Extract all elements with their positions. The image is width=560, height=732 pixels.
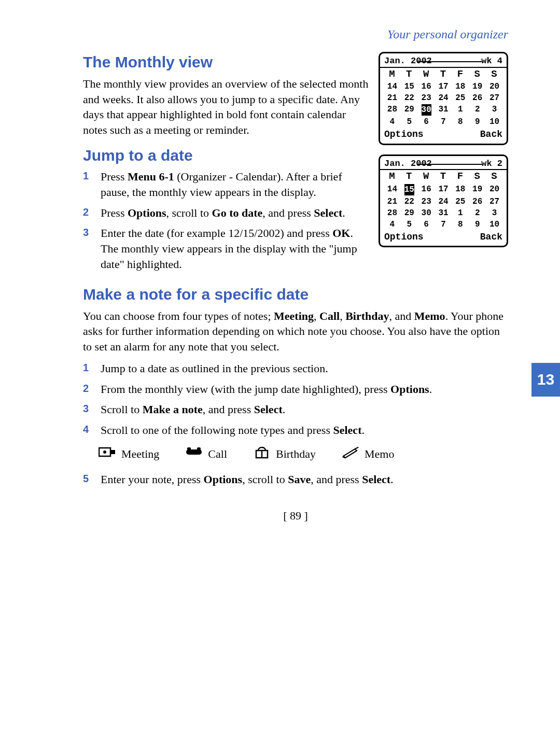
step-number: 5 (83, 472, 101, 487)
call-icon (185, 445, 203, 463)
list-item: 3 Enter the date (for example 12/15/2002… (83, 226, 371, 272)
step-number: 3 (83, 226, 101, 272)
list-item: 1 Press Menu 6-1 (Organizer - Calendar).… (83, 169, 371, 200)
note-type-label: Meeting (121, 446, 159, 462)
memo-icon (342, 445, 359, 463)
phone1-month: Jan. 2002 (384, 55, 432, 66)
step-text: Scroll to Make a note, and press Select. (101, 402, 508, 417)
step-number: 1 (83, 169, 101, 200)
step-text: Press Menu 6-1 (Organizer - Calendar). A… (101, 169, 371, 200)
phone1-week: wk 4 (481, 55, 502, 66)
note-type-label: Call (208, 446, 227, 462)
step-text: Scroll to one of the following note type… (101, 423, 508, 438)
note-type-memo: Memo (342, 445, 394, 463)
list-item: 2 From the monthly view (with the jump d… (83, 382, 508, 397)
phone-screenshot-monthly-wk2: Jan. 2002 wk 2 MTWTFSS 14151617181920212… (379, 154, 508, 248)
step-number: 3 (83, 402, 101, 417)
note-type-birthday: Birthday (253, 445, 316, 463)
section-header: Your personal organizer (83, 26, 508, 43)
list-item: 2 Press Options, scroll to Go to date, a… (83, 205, 371, 221)
heading-make-note: Make a note for a specific date (83, 284, 508, 305)
chapter-tab: 13 (531, 363, 560, 397)
phone2-month: Jan. 2002 (384, 158, 432, 169)
meeting-icon (99, 445, 116, 463)
phone1-grid: 1415161718192021222324252627282930311234… (384, 81, 502, 128)
list-item: 3 Scroll to Make a note, and press Selec… (83, 402, 508, 417)
make-note-steps-cont: 5 Enter your note, press Options, scroll… (83, 472, 508, 487)
svg-marker-8 (343, 449, 357, 458)
note-type-row: Meeting Call Birthday Memo (99, 445, 508, 463)
step-text: Enter the date (for example 12/15/2002) … (101, 226, 371, 272)
birthday-icon (253, 445, 271, 463)
phone2-day-headers: MTWTFSS (384, 170, 502, 184)
phone2-options-softkey: Options (384, 231, 424, 243)
svg-rect-1 (110, 450, 115, 454)
make-note-steps: 1 Jump to a date as outlined in the prev… (83, 361, 508, 438)
svg-rect-5 (197, 447, 201, 451)
phone-screenshot-monthly-wk4: Jan. 2002 wk 4 MTWTFSS 14151617181920212… (379, 52, 508, 145)
page-number: [ 89 ] (83, 508, 508, 524)
phone1-options-softkey: Options (384, 129, 424, 140)
step-text: Enter your note, press Options, scroll t… (101, 472, 508, 487)
note-type-label: Birthday (276, 446, 316, 462)
svg-rect-4 (187, 447, 191, 451)
step-text: Press Options, scroll to Go to date, and… (101, 205, 371, 221)
list-item: 1 Jump to a date as outlined in the prev… (83, 361, 508, 376)
svg-line-10 (355, 447, 359, 448)
phone2-back-softkey: Back (480, 231, 502, 243)
svg-point-2 (103, 451, 106, 454)
phone1-day-headers: MTWTFSS (384, 68, 502, 81)
step-number: 2 (83, 382, 101, 397)
phone2-week: wk 2 (481, 158, 502, 169)
make-note-intro: You can choose from four types of notes;… (83, 308, 508, 355)
note-type-call: Call (185, 445, 227, 463)
phone1-back-softkey: Back (480, 129, 502, 140)
list-item: 5 Enter your note, press Options, scroll… (83, 472, 508, 487)
step-number: 2 (83, 205, 101, 221)
phone2-grid: 1415161718192021222324252627282930311234… (384, 184, 502, 230)
step-number: 1 (83, 361, 101, 376)
step-text: Jump to a date as outlined in the previo… (101, 361, 508, 376)
step-text: From the monthly view (with the jump dat… (101, 382, 508, 397)
note-type-label: Memo (365, 446, 394, 462)
step-number: 4 (83, 423, 101, 438)
list-item: 4 Scroll to one of the following note ty… (83, 423, 508, 438)
note-type-meeting: Meeting (99, 445, 159, 463)
